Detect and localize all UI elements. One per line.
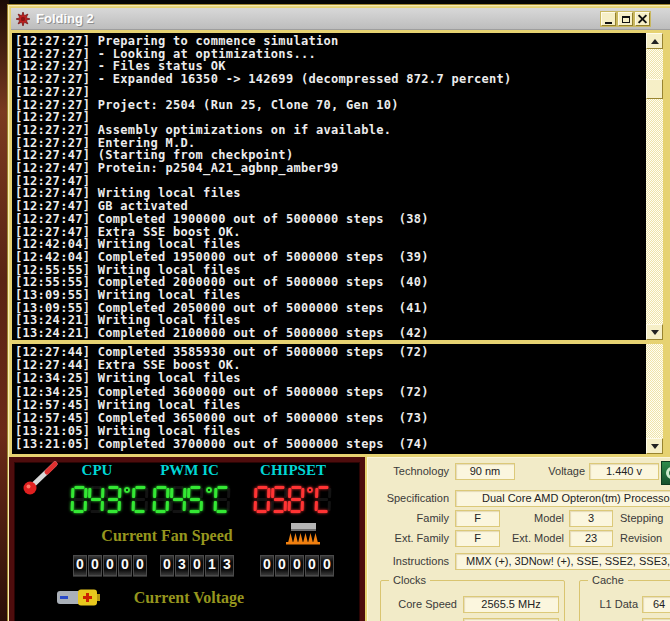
temp-label-chipset: CHIPSET [252,462,334,480]
fan-speed-label: Current Fan Speed [67,527,267,545]
model-label: Model [502,510,564,527]
temp-display-pwm-ic [150,486,234,513]
odometer-digit: 0 [260,555,274,576]
title-bar[interactable]: Folding 2 [11,8,670,30]
seven-segment-digit [88,486,105,513]
arrow-down-icon [651,444,659,449]
console-2-scrollbar[interactable] [646,344,663,454]
console-line: [13:24:21] Completed 2100000 out of 5000… [15,327,646,340]
voltage-value: 1.440 v [589,463,659,480]
degree-mark [124,487,130,493]
odometer-digit: 0 [73,555,87,576]
specification-label: Specification [368,490,449,507]
ext-model-label: Ext. Model [502,530,564,547]
cpu-info-panel: Technology 90 nm Voltage 1.440 v Specifi… [367,457,670,621]
console-line: [12:34:25] Completed 3600000 out of 5000… [15,386,646,399]
battery-icon [56,587,102,608]
scroll-up-button[interactable] [646,33,663,49]
log-console-2-text: [12:27:44] Completed 3585930 out of 5000… [12,344,646,454]
seven-segment-digit [105,486,122,513]
seven-segment-digit [315,486,332,513]
console-line: [12:27:27] Assembly optimizations on if … [15,124,646,137]
odometer-digit: 0 [160,555,174,576]
odometer-digit: 0 [133,555,147,576]
console-line: [12:27:27] - Expanded 16350 -> 142699 (d… [15,73,646,86]
core-speed-label: Core Speed [385,596,457,613]
seven-segment-digit [254,486,271,513]
instructions-label: Instructions [368,553,449,570]
scroll-down-button[interactable] [646,324,663,340]
console-line: [12:27:27] Project: 2504 (Run 25, Clone … [15,99,646,112]
instructions-value: MMX (+), 3DNow! (+), SSE, SSE2, SSE3, x8… [455,553,670,570]
log-console-1[interactable]: [12:27:27] Preparing to commence simulat… [12,33,663,340]
hardware-monitor-panel: CPU PWM IC CHIPSET Current Fan Speed [9,457,365,621]
heatsink-icon [284,521,322,547]
temp-display-chipset [252,486,334,513]
processor-logo-icon [661,461,670,485]
odometer-digit: 3 [175,555,189,576]
folding-window: Folding 2 [12:27:27] Preparing to commen… [7,4,670,621]
odometer-digit: 0 [305,555,319,576]
window-flower-icon [15,11,31,27]
window-title: Folding 2 [36,11,94,26]
arrow-up-icon [651,39,659,44]
odometer-digit: 0 [320,555,334,576]
seven-segment-digit [153,486,170,513]
temp-label-cpu: CPU [36,462,158,480]
seven-segment-digit [187,486,204,513]
l1-data-value: 64 [642,596,670,613]
seven-segment-digit [170,486,187,513]
seven-segment-digit [214,486,231,513]
log-console-1-text: [12:27:27] Preparing to commence simulat… [12,33,646,340]
odometer-digit: 1 [205,555,219,576]
screen: Folding 2 [12:27:27] Preparing to commen… [0,0,670,621]
clocks-group-title: Clocks [389,574,430,586]
odometer-digit: 0 [118,555,132,576]
stepping-label: Stepping [620,510,670,527]
odometer-digit: 3 [220,555,234,576]
minimize-icon [605,22,612,24]
scrollbar-thumb[interactable] [646,79,663,99]
temp-unit-pwm-ic: PWM IC [150,462,234,513]
scroll-down-button[interactable] [646,438,663,454]
console-line: [13:21:05] Completed 3700000 out of 5000… [15,438,646,451]
family-value: F [455,510,500,527]
fan-speed-display-3: 00000 [260,555,335,576]
console-line: [13:09:55] Writing local files [15,289,646,302]
ext-model-value: 23 [569,530,613,547]
arrow-down-icon [651,330,659,335]
degree-mark [307,487,313,493]
odometer-digit: 0 [88,555,102,576]
clocks-group: Clocks Core Speed 2565.5 MHz Multiplier … [380,580,565,621]
console-1-scrollbar[interactable] [646,33,663,340]
cache-group-title: Cache [588,574,628,586]
window-controls [601,12,650,26]
fan-speed-display-2: 03013 [160,555,235,576]
seven-segment-digit [132,486,149,513]
voltage-label: Current Voltage [109,589,269,607]
temp-label-pwm-ic: PWM IC [145,462,234,480]
console-line: [12:34:25] Writing local files [15,372,646,385]
console-line: [12:27:27] [15,86,646,99]
revision-label: Revision [620,530,670,547]
minimize-button[interactable] [601,12,616,26]
core-speed-value: 2565.5 MHz [463,596,559,613]
console-line: [12:27:47] Completed 1900000 out of 5000… [15,213,646,226]
temp-unit-chipset: CHIPSET [252,462,334,513]
technology-label: Technology [368,463,449,480]
odometer-digit: 0 [190,555,204,576]
technology-value: 90 nm [455,463,515,480]
temp-display-cpu [62,486,158,513]
seven-segment-digit [71,486,88,513]
specification-value: Dual Core AMD Opteron(tm) Processor [455,490,670,507]
close-button[interactable] [635,12,650,26]
console-line: [12:27:47] Protein: p2504_A21_agbnp_ambe… [15,162,646,175]
log-console-2[interactable]: [12:27:44] Completed 3585930 out of 5000… [12,344,663,454]
model-value: 3 [569,510,613,527]
odometer-digit: 0 [103,555,117,576]
l1-data-label: L1 Data [582,596,638,613]
ext-family-label: Ext. Family [368,530,449,547]
maximize-button[interactable] [618,12,633,26]
odometer-digit: 0 [275,555,289,576]
temp-unit-cpu: CPU [62,462,158,513]
